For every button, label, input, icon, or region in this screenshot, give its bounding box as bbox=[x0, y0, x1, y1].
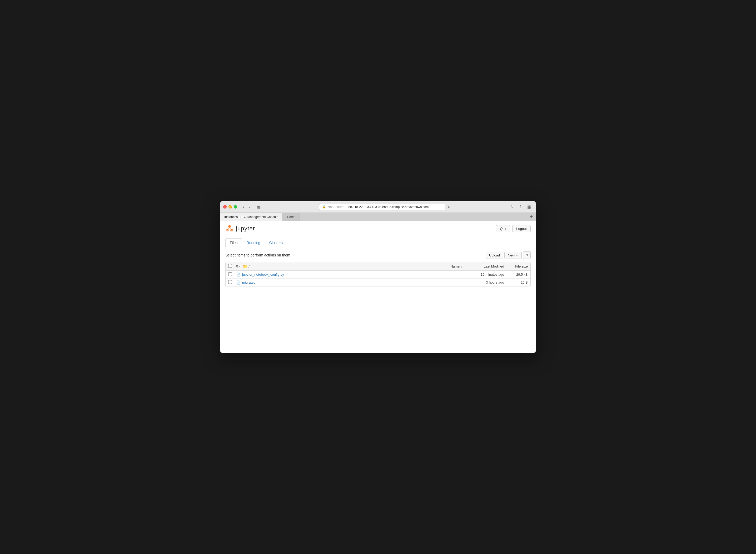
file-modified-2: 3 hours ago bbox=[462, 280, 504, 284]
new-button-label: New bbox=[508, 253, 515, 257]
address-text: Not Secure — ec2-18-222-233-183.us-east-… bbox=[328, 205, 429, 209]
file-link-2[interactable]: migrated bbox=[242, 280, 255, 284]
toolbar-right: ⇩ ⇧ ▦ bbox=[508, 204, 533, 210]
file-list: 0 ▼ 📁 / Name ↓ Last Modified File size bbox=[225, 262, 531, 286]
select-all-checkbox-wrap bbox=[228, 264, 236, 269]
title-bar: ‹ › ▦ 🔓 Not Secure — ec2-18-222-233-183.… bbox=[220, 201, 536, 213]
back-button[interactable]: ‹ bbox=[241, 204, 246, 210]
file-size-1: 29.5 kB bbox=[504, 273, 528, 276]
sort-by-name[interactable]: Name ↓ bbox=[450, 264, 462, 268]
folder-icon: 📁 bbox=[243, 264, 248, 269]
jupyter-logo: jupyter bbox=[225, 224, 255, 233]
svg-point-1 bbox=[230, 229, 233, 231]
maximize-button[interactable] bbox=[234, 205, 237, 209]
refresh-button[interactable]: ↻ bbox=[448, 205, 451, 209]
not-secure-text: Not Secure — bbox=[328, 205, 349, 209]
jupyter-logo-icon bbox=[225, 224, 234, 233]
tab-running[interactable]: Running bbox=[242, 238, 265, 247]
tab-files[interactable]: Files bbox=[225, 238, 242, 247]
new-tab-button[interactable]: + bbox=[527, 213, 536, 221]
file-check-2 bbox=[228, 280, 236, 285]
refresh-files-button[interactable]: ↻ bbox=[523, 252, 531, 259]
address-bar-wrap: 🔓 Not Secure — ec2-18-222-233-183.us-eas… bbox=[264, 204, 506, 210]
file-icon-2: 📄 bbox=[236, 280, 241, 285]
jupyter-logo-text: jupyter bbox=[236, 225, 255, 232]
close-button[interactable] bbox=[223, 205, 227, 209]
tab-1[interactable]: Instances | EC2 Management Console bbox=[220, 213, 283, 221]
table-row: 📄 migrated 3 hours ago 26 B bbox=[226, 279, 530, 286]
file-checkbox-1[interactable] bbox=[228, 272, 232, 276]
svg-point-0 bbox=[228, 225, 231, 228]
new-dropdown-chevron: ▼ bbox=[516, 254, 518, 257]
tab-1-label: Instances | EC2 Management Console bbox=[224, 215, 278, 219]
address-bar[interactable]: 🔓 Not Secure — ec2-18-222-233-183.us-eas… bbox=[319, 204, 446, 210]
forward-button[interactable]: › bbox=[247, 204, 251, 210]
file-link-1[interactable]: jupyter_notebook_config.py bbox=[242, 273, 284, 276]
sidebar-toggle-button[interactable]: ▦ bbox=[255, 204, 261, 210]
browser-window: ‹ › ▦ 🔓 Not Secure — ec2-18-222-233-183.… bbox=[220, 201, 536, 353]
download-icon[interactable]: ⇩ bbox=[508, 204, 515, 210]
file-size-2: 26 B bbox=[504, 280, 528, 284]
select-label: Select items to perform actions on them. bbox=[225, 253, 291, 257]
table-row: 📄 jupyter_notebook_config.py 16 minutes … bbox=[226, 271, 530, 279]
minimize-button[interactable] bbox=[229, 205, 232, 209]
jupyter-header: jupyter Quit Logout bbox=[220, 221, 536, 236]
share-icon[interactable]: ⇧ bbox=[517, 204, 524, 210]
nav-tabs: Files Running Clusters bbox=[220, 236, 536, 247]
address-domain: ec2-18-222-233-183.us-east-2.compute.ama… bbox=[349, 205, 429, 209]
quit-button[interactable]: Quit bbox=[496, 225, 510, 232]
upload-button[interactable]: Upload bbox=[486, 252, 503, 259]
lock-icon: 🔓 bbox=[323, 205, 326, 209]
file-check-1 bbox=[228, 272, 236, 277]
breadcrumb-dropdown-chevron[interactable]: ▼ bbox=[238, 265, 241, 268]
tab-running-label: Running bbox=[247, 241, 260, 245]
jupyter-header-actions: Quit Logout bbox=[496, 225, 531, 232]
file-name-cell-2: 📄 migrated bbox=[236, 280, 462, 285]
file-modified-1: 16 minutes ago bbox=[462, 273, 504, 276]
tab-2-label: Home bbox=[287, 215, 295, 219]
tab-bar: Instances | EC2 Management Console Home … bbox=[220, 213, 536, 221]
name-header-label: Name bbox=[450, 264, 460, 268]
tab-clusters[interactable]: Clusters bbox=[265, 238, 287, 247]
file-checkbox-2[interactable] bbox=[228, 280, 232, 284]
selected-count: 0 bbox=[236, 264, 238, 268]
file-browser: Select items to perform actions on them.… bbox=[220, 247, 536, 291]
tabs-icon[interactable]: ▦ bbox=[526, 204, 533, 210]
new-tab-icon: + bbox=[530, 214, 533, 220]
nav-buttons: ‹ › bbox=[241, 204, 252, 210]
svg-point-2 bbox=[226, 229, 229, 231]
path-slash: / bbox=[248, 264, 249, 269]
last-modified-header[interactable]: Last Modified bbox=[462, 264, 504, 268]
jupyter-page: jupyter Quit Logout Files Running Cluste… bbox=[220, 221, 536, 353]
file-list-header-row: 0 ▼ 📁 / Name ↓ Last Modified File size bbox=[226, 262, 530, 271]
file-name-cell-1: 📄 jupyter_notebook_config.py bbox=[236, 273, 462, 277]
file-size-header[interactable]: File size bbox=[504, 264, 528, 268]
file-icon-1: 📄 bbox=[236, 273, 241, 277]
fb-actions: Upload New ▼ ↻ bbox=[486, 252, 531, 259]
file-browser-toolbar: Select items to perform actions on them.… bbox=[225, 252, 531, 259]
select-all-checkbox[interactable] bbox=[228, 264, 232, 268]
traffic-lights bbox=[223, 205, 237, 209]
new-button[interactable]: New ▼ bbox=[504, 252, 522, 259]
tab-files-label: Files bbox=[230, 241, 238, 245]
tab-clusters-label: Clusters bbox=[269, 241, 283, 245]
tab-2[interactable]: Home bbox=[283, 213, 300, 221]
breadcrumb-num-wrap: 0 ▼ bbox=[236, 264, 241, 268]
logout-button[interactable]: Logout bbox=[512, 225, 531, 232]
